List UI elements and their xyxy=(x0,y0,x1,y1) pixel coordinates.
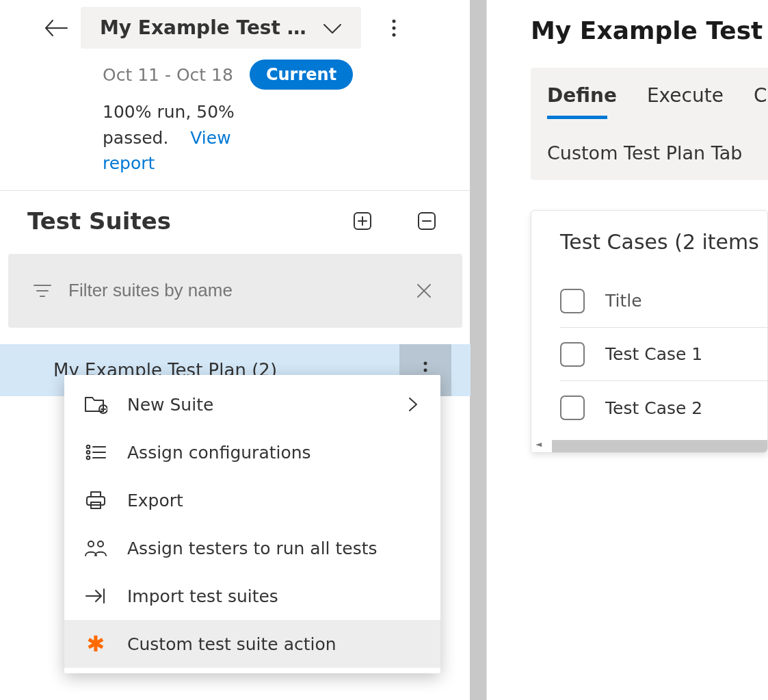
svg-point-9 xyxy=(87,445,90,449)
horizontal-scrollbar[interactable]: ◄ xyxy=(531,439,767,452)
test-case-title: Test Case 2 xyxy=(605,398,702,418)
table-row[interactable]: Test Case 1 xyxy=(560,328,767,381)
list-check-icon xyxy=(83,440,108,465)
menu-item-label: Import test suites xyxy=(127,586,421,606)
suite-filter xyxy=(8,254,462,328)
arrow-left-icon xyxy=(44,19,68,37)
svg-point-5 xyxy=(424,361,427,365)
clear-filter-button[interactable] xyxy=(410,277,438,304)
star-icon: ✱ xyxy=(83,632,108,656)
tab-chart[interactable]: Chart xyxy=(754,84,768,119)
menu-export[interactable]: Export xyxy=(64,476,440,524)
svg-point-2 xyxy=(392,33,395,36)
page-title: My Example Test Pla xyxy=(531,16,768,44)
people-icon xyxy=(83,536,108,560)
svg-point-0 xyxy=(392,19,395,23)
menu-assign-testers[interactable]: Assign testers to run all tests xyxy=(64,524,440,572)
test-case-title: Test Case 1 xyxy=(605,344,702,364)
print-icon xyxy=(83,488,108,513)
left-scrollbar[interactable] xyxy=(470,0,486,700)
import-icon xyxy=(83,584,108,608)
test-plan-name: My Example Test … xyxy=(100,16,306,39)
row-checkbox[interactable] xyxy=(560,396,585,420)
svg-point-15 xyxy=(88,541,94,547)
test-cases-card: Test Cases (2 items Title Test Case 1 Te… xyxy=(531,210,768,453)
svg-point-10 xyxy=(87,451,90,454)
back-button[interactable] xyxy=(42,14,70,42)
svg-point-11 xyxy=(87,456,90,460)
svg-point-6 xyxy=(424,368,427,372)
expand-icon xyxy=(352,211,373,231)
current-badge: Current xyxy=(250,60,353,90)
test-plan-meta: Oct 11 - Oct 18 Current 100% run, 50% pa… xyxy=(0,49,471,177)
folder-plus-icon xyxy=(83,392,108,417)
test-plan-more-button[interactable] xyxy=(378,12,410,44)
detail-tabs: Define Execute Chart Custom Test Plan Ta… xyxy=(531,68,768,180)
svg-rect-13 xyxy=(91,492,101,497)
filter-icon xyxy=(33,281,52,300)
menu-item-label: Export xyxy=(127,491,421,510)
test-plan-dropdown[interactable]: My Example Test … xyxy=(81,7,361,49)
expand-all-button[interactable] xyxy=(346,205,379,237)
table-row[interactable]: Test Case 2 xyxy=(560,381,767,435)
date-range: Oct 11 - Oct 18 xyxy=(103,65,233,85)
more-vertical-icon xyxy=(391,18,397,38)
menu-item-label: Assign testers to run all tests xyxy=(127,539,421,558)
collapse-all-button[interactable] xyxy=(410,205,443,237)
suite-context-menu: New Suite Assign configurations Export xyxy=(64,375,440,673)
chevron-down-icon xyxy=(323,22,342,34)
menu-item-label: Assign configurations xyxy=(127,443,421,463)
menu-import-test-suites[interactable]: Import test suites xyxy=(64,572,440,620)
menu-item-label: New Suite xyxy=(127,395,386,415)
tab-execute[interactable]: Execute xyxy=(647,84,724,119)
test-plan-detail-panel: My Example Test Pla Define Execute Chart… xyxy=(487,0,768,700)
test-cases-table: Title Test Case 1 Test Case 2 xyxy=(560,274,767,435)
test-cases-heading: Test Cases (2 items xyxy=(560,230,767,254)
svg-point-1 xyxy=(392,26,395,29)
svg-point-16 xyxy=(98,541,103,547)
row-checkbox[interactable] xyxy=(560,342,585,367)
test-suites-heading: Test Suites xyxy=(27,207,315,235)
close-icon xyxy=(416,283,432,299)
collapse-icon xyxy=(416,211,437,231)
suite-filter-input[interactable] xyxy=(68,280,394,301)
tab-define[interactable]: Define xyxy=(547,84,617,119)
column-title: Title xyxy=(605,291,642,311)
svg-rect-12 xyxy=(87,497,105,505)
chevron-right-icon xyxy=(405,396,421,413)
menu-custom-test-suite-action[interactable]: ✱ Custom test suite action xyxy=(64,620,440,668)
test-suites-panel: My Example Test … Oct 11 - Oct 18 Curren… xyxy=(0,0,487,700)
menu-assign-configurations[interactable]: Assign configurations xyxy=(64,428,440,476)
custom-tab-label: Custom Test Plan Tab xyxy=(547,142,768,164)
menu-new-suite[interactable]: New Suite xyxy=(64,380,440,428)
scroll-left-arrow[interactable]: ◄ xyxy=(535,439,542,449)
menu-item-label: Custom test suite action xyxy=(127,634,421,654)
table-header-row: Title xyxy=(560,274,767,328)
select-all-checkbox[interactable] xyxy=(560,289,585,313)
